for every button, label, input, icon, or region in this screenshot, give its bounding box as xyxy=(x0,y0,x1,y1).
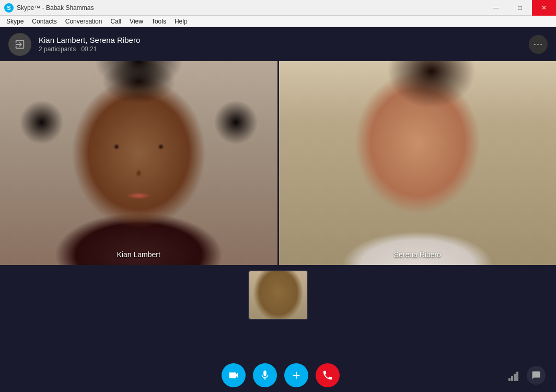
call-duration: 00:21 xyxy=(81,45,97,53)
skype-logo: S xyxy=(4,3,14,13)
add-icon xyxy=(291,370,302,381)
video-label-right: Serena Ribero xyxy=(279,250,557,259)
call-avatar xyxy=(8,33,31,56)
video-label-left: Kian Lambert xyxy=(0,250,277,259)
self-view-area xyxy=(0,265,556,325)
participant-count: 2 participants xyxy=(39,45,76,53)
menu-conversation[interactable]: Conversation xyxy=(61,17,107,26)
add-participant-button[interactable] xyxy=(284,363,308,387)
call-info: Kian Lambert, Serena Ribero 2 participan… xyxy=(39,36,522,53)
menu-help[interactable]: Help xyxy=(170,17,192,26)
chat-button[interactable] xyxy=(527,366,546,385)
menu-skype[interactable]: Skype xyxy=(2,17,28,26)
signal-strength-icon xyxy=(508,370,518,381)
call-details: 2 participants 00:21 xyxy=(39,45,522,53)
controls-center xyxy=(52,363,508,387)
video-icon xyxy=(228,370,239,381)
menu-call[interactable]: Call xyxy=(106,17,125,26)
video-area: Kian Lambert Serena Ribero xyxy=(0,61,556,358)
exit-icon xyxy=(14,39,26,50)
content-area: Kian Lambert, Serena Ribero 2 participan… xyxy=(0,27,556,392)
controls-right xyxy=(508,366,546,385)
mic-icon xyxy=(259,370,271,381)
mute-button[interactable] xyxy=(253,363,277,387)
minimize-button[interactable]: — xyxy=(484,0,508,16)
controls-bar xyxy=(0,358,556,392)
title-bar-left: S Skype™ - Babak Shammas xyxy=(0,3,94,13)
more-options-button[interactable]: ··· xyxy=(529,35,548,54)
restore-button[interactable]: □ xyxy=(508,0,532,16)
call-participants-name: Kian Lambert, Serena Ribero xyxy=(39,36,522,44)
menu-tools[interactable]: Tools xyxy=(147,17,170,26)
self-view-thumbnail xyxy=(248,270,308,320)
title-bar-controls: — □ ✕ xyxy=(484,0,556,16)
video-toggle-button[interactable] xyxy=(222,363,246,387)
video-cell-left: Kian Lambert xyxy=(0,61,277,265)
window-title: Skype™ - Babak Shammas xyxy=(17,4,94,11)
call-header: Kian Lambert, Serena Ribero 2 participan… xyxy=(0,27,556,61)
menu-view[interactable]: View xyxy=(125,17,147,26)
video-row: Kian Lambert Serena Ribero xyxy=(0,61,556,265)
video-cell-right: Serena Ribero xyxy=(277,61,557,265)
end-call-button[interactable] xyxy=(316,363,340,387)
chat-icon xyxy=(531,371,541,380)
menu-bar: Skype Contacts Conversation Call View To… xyxy=(0,16,556,27)
end-call-icon xyxy=(322,370,333,381)
menu-contacts[interactable]: Contacts xyxy=(28,17,61,26)
close-button[interactable]: ✕ xyxy=(532,0,556,16)
title-bar: S Skype™ - Babak Shammas — □ ✕ xyxy=(0,0,556,16)
